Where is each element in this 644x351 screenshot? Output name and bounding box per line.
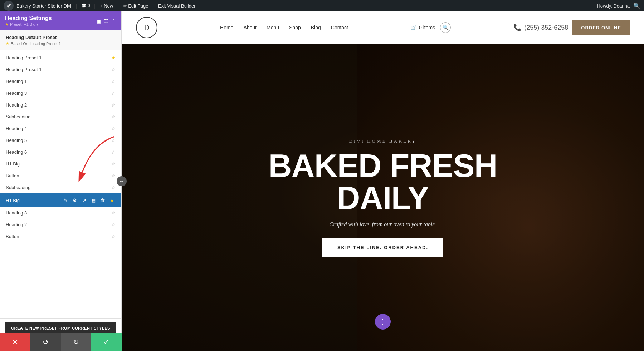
based-star-icon: ★	[6, 41, 9, 46]
preset-star-icon: ☆	[111, 149, 116, 155]
cart-area[interactable]: 🛒 0 items 🔍	[411, 22, 451, 33]
redo-button[interactable]: ↻	[61, 333, 91, 351]
edit-page-button[interactable]: ✏ Edit Page	[123, 3, 148, 9]
cancel-icon: ✕	[12, 338, 18, 346]
phone-icon: 📞	[513, 24, 521, 31]
preset-star-icon: ☆	[111, 126, 116, 131]
hero-title: BAKED FRESHDAILY	[268, 150, 497, 214]
site-name[interactable]: Bakery Starter Site for Divi	[16, 3, 71, 9]
nav-item-blog[interactable]: Blog	[311, 24, 321, 31]
nav-link-home[interactable]: Home	[220, 25, 233, 30]
preset-item[interactable]: Button ☆	[0, 231, 121, 242]
hero-content: DIVI HOME BAKERY BAKED FRESHDAILY Crafte…	[261, 131, 504, 264]
default-preset-more-icon[interactable]: ⋮	[111, 38, 116, 43]
preset-item-label: H1 Big	[6, 198, 20, 203]
import-icon[interactable]: ↗	[80, 197, 88, 204]
nav-link-contact[interactable]: Contact	[331, 25, 348, 30]
order-online-button[interactable]: ORDER ONLINE	[572, 20, 630, 35]
preset-item-label: Heading Preset 1	[6, 67, 42, 72]
delete-icon[interactable]: 🗑	[99, 197, 106, 204]
search-icon[interactable]: 🔍	[440, 22, 451, 33]
exit-builder-button[interactable]: Exit Visual Builder	[158, 3, 196, 9]
cancel-button[interactable]: ✕	[0, 333, 30, 351]
cart-count: 0 items	[419, 25, 435, 30]
preset-item-label: Heading 3	[6, 90, 27, 96]
preset-item[interactable]: Heading 3 ☆	[0, 87, 121, 99]
preset-label[interactable]: Preset: H1 Big ▾	[10, 22, 39, 27]
separator: |	[75, 3, 77, 9]
preset-item[interactable]: Subheading ☆	[0, 182, 121, 193]
preset-item-label: Heading 5	[6, 138, 27, 143]
hero-cta-button[interactable]: SKIP THE LINE. ORDER AHEAD.	[322, 238, 443, 257]
wp-logo-icon[interactable]: ✔	[4, 1, 14, 11]
preset-item-label: Subheading	[6, 114, 30, 119]
howdy-label: Howdy, Deanna	[597, 3, 630, 9]
panel-more-icon[interactable]: ⋮	[111, 18, 116, 24]
preset-item[interactable]: Heading 3 ☆	[0, 207, 121, 219]
default-preset-based: ★ Based On: Heading Preset 1	[6, 41, 61, 46]
wp-admin-bar: ✔ Bakery Starter Site for Divi | 💬 0 | +…	[0, 0, 644, 11]
preset-star-icon: ☆	[111, 234, 116, 239]
preset-item[interactable]: Heading 2 ☆	[0, 219, 121, 231]
nav-item-menu[interactable]: Menu	[267, 24, 279, 31]
save-button[interactable]: ✓	[91, 333, 122, 351]
preset-item[interactable]: Heading 6 ☆	[0, 146, 121, 158]
new-button[interactable]: + New	[100, 3, 113, 9]
phone-area: 📞 (255) 352-6258	[513, 24, 568, 31]
preset-item[interactable]: Heading Preset 1 ☆	[0, 64, 121, 75]
site-nav-list: Home About Menu Shop Blog Contact	[220, 24, 348, 31]
default-preset-title: Heading Default Preset ★ Based On: Headi…	[6, 35, 61, 46]
nav-link-shop[interactable]: Shop	[289, 25, 301, 30]
nav-item-about[interactable]: About	[243, 24, 257, 31]
preset-item-actions: ✎ ⚙ ↗ ▦ 🗑 ★	[62, 197, 116, 204]
preset-item[interactable]: Heading Preset 1 ★	[0, 52, 121, 64]
preset-item[interactable]: H1 Big ✎ ⚙ ↗ ▦ 🗑 ★	[0, 193, 121, 207]
preset-item[interactable]: Heading 1 ☆	[0, 75, 121, 87]
edit-icon[interactable]: ✎	[62, 197, 69, 204]
hero-subtitle: DIVI HOME BAKERY	[268, 138, 497, 144]
duplicate-icon[interactable]: ▦	[90, 197, 97, 204]
preset-star-icon: ☆	[111, 79, 116, 84]
preset-info: ★ Preset: H1 Big ▾	[5, 22, 52, 27]
preset-item-label: Heading 3	[6, 210, 27, 216]
panel-grid-icon[interactable]: ☷	[104, 18, 108, 24]
preset-star-icon: ★	[5, 22, 9, 27]
separator4: |	[153, 3, 154, 9]
nav-item-shop[interactable]: Shop	[289, 24, 301, 31]
comment-icon[interactable]: 💬 0	[81, 3, 90, 8]
preset-item-label: Button	[6, 234, 19, 239]
preset-item-label: Heading 4	[6, 126, 27, 131]
nav-link-menu[interactable]: Menu	[267, 25, 279, 30]
favorite-icon[interactable]: ★	[108, 197, 116, 204]
main-layout: Heading Settings ★ Preset: H1 Big ▾ ▣ ☷ …	[0, 11, 644, 351]
nav-link-about[interactable]: About	[243, 25, 257, 30]
nav-link-blog[interactable]: Blog	[311, 25, 321, 30]
preset-star-icon: ☆	[111, 161, 116, 167]
nav-item-contact[interactable]: Contact	[331, 24, 348, 31]
undo-button[interactable]: ↺	[30, 333, 61, 351]
admin-search-icon[interactable]: 🔍	[633, 3, 640, 9]
save-icon: ✓	[103, 338, 109, 346]
preset-star-icon: ☆	[111, 102, 116, 108]
preset-star-icon: ★	[111, 55, 116, 60]
undo-icon: ↺	[43, 338, 49, 346]
preset-item[interactable]: Heading 2 ☆	[0, 99, 121, 111]
preset-item[interactable]: Subheading ☆	[0, 111, 121, 123]
preset-item[interactable]: H1 Big ☆	[0, 158, 121, 170]
floating-dots-button[interactable]: ⋮	[375, 314, 391, 330]
preset-item-label: Heading 2	[6, 102, 27, 108]
settings-icon[interactable]: ⚙	[71, 197, 78, 204]
preset-star-icon: ☆	[111, 67, 116, 72]
preset-item-label: Heading 6	[6, 149, 27, 155]
resize-handle[interactable]: ↔	[117, 176, 127, 186]
preset-item[interactable]: Button ☆	[0, 170, 121, 182]
create-preset-button[interactable]: CREATE NEW PRESET FROM CURRENT STYLES	[5, 322, 116, 334]
panel-copy-icon[interactable]: ▣	[96, 18, 101, 24]
hero-desc: Crafted with love, from our oven to your…	[268, 221, 497, 228]
preset-item-label: Heading Preset 1	[6, 55, 42, 60]
nav-item-home[interactable]: Home	[220, 24, 233, 31]
preset-item[interactable]: Heading 4 ☆	[0, 123, 121, 134]
preset-item[interactable]: Heading 5 ☆	[0, 134, 121, 146]
preset-star-icon: ☆	[111, 114, 116, 119]
site-logo: D	[136, 17, 157, 38]
